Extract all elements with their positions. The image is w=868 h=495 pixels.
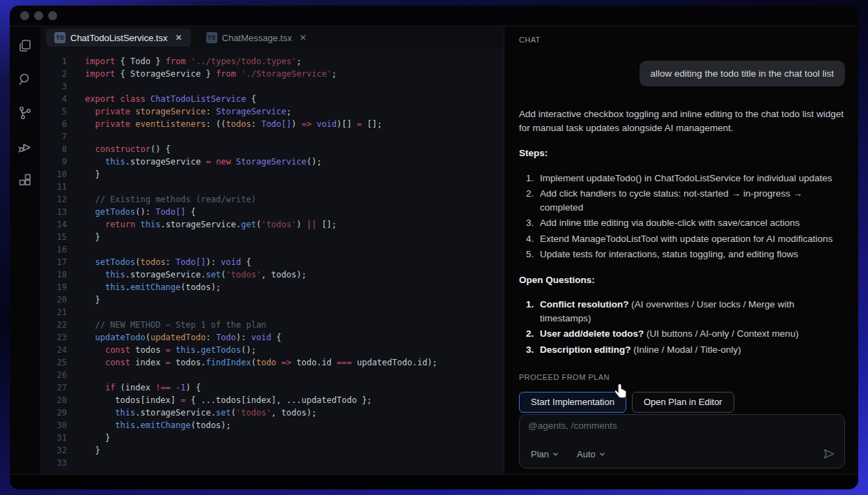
mode-dropdown-value: Plan (531, 449, 549, 459)
line-number: 20 (40, 294, 67, 306)
tab-label: ChatMessage.tsx (222, 33, 292, 43)
code-line: 15 } (40, 231, 504, 243)
code-line: 11 (40, 181, 504, 193)
window-close-button[interactable] (20, 11, 29, 20)
open-questions-list: 1.Conflict resolution? (AI overwrites / … (526, 298, 845, 356)
code-line: 32 } (40, 444, 504, 457)
line-number: 13 (40, 206, 67, 218)
line-number: 2 (40, 68, 67, 80)
open-question-item: 3.Description editing? (Inline / Modal /… (526, 343, 845, 357)
code-line: 9 this.storageService = new StorageServi… (40, 155, 504, 168)
code-line: 13 getTodos(): Todo[] { (40, 206, 504, 218)
run-debug-icon[interactable] (17, 138, 33, 155)
line-number: 33 (40, 457, 67, 469)
window-maximize-button[interactable] (48, 11, 57, 20)
mode-dropdown[interactable]: Plan (528, 448, 561, 461)
line-number: 19 (40, 281, 67, 294)
user-message-bubble: allow editing the todo title in the chat… (640, 61, 845, 86)
extensions-icon[interactable] (17, 172, 33, 188)
chat-panel: CHAT allow editing the todo title in the… (504, 26, 858, 474)
line-number: 14 (40, 218, 67, 231)
line-number: 26 (40, 369, 67, 381)
code-line: 23 updateTodo(updatedTodo: Todo): void { (40, 331, 504, 344)
code-line: 8 constructor() { (40, 143, 504, 155)
start-implementation-button[interactable]: Start Implementation (519, 392, 626, 413)
code-line: 33 (40, 457, 504, 469)
code-editor: TSChatTodoListService.tsx✕TSChatMessage.… (40, 26, 504, 474)
code-area[interactable]: 1import { Todo } from '../types/todo.typ… (40, 49, 504, 474)
tab-close-icon[interactable]: ✕ (175, 33, 182, 43)
line-number: 5 (40, 105, 67, 118)
line-number: 18 (40, 268, 67, 281)
code-line: 16 (40, 243, 504, 256)
line-number: 12 (40, 193, 67, 206)
code-line: 30 this.emitChange(todos); (40, 419, 504, 432)
tab-label: ChatTodoListService.tsx (70, 33, 167, 43)
code-line: 14 return this.storageService.get('todos… (40, 218, 504, 231)
code-line: 22 // NEW METHOD — Step 1 of the plan (40, 319, 504, 331)
editor-tab-1[interactable]: TSChatMessage.tsx✕ (198, 29, 316, 47)
code-line: 10 } (40, 168, 504, 181)
code-line: 26 (40, 369, 504, 381)
typescript-file-icon: TS (54, 32, 65, 43)
line-number: 16 (40, 243, 67, 256)
line-number: 27 (40, 381, 67, 394)
line-number: 22 (40, 319, 67, 331)
code-line: 12 // Existing methods (read/write) (40, 193, 504, 206)
line-number: 23 (40, 331, 67, 344)
chevron-down-icon (552, 451, 559, 457)
step-item: 4.Extend ManageTodoListTool with update … (526, 232, 845, 246)
code-line: 18 this.storageService.set('todos', todo… (40, 268, 504, 281)
step-item: 2.Add click handlers to cycle status: no… (526, 187, 845, 214)
line-number: 9 (40, 155, 67, 168)
line-number: 7 (40, 130, 67, 143)
chat-input-container: Plan Auto (519, 414, 845, 469)
window-minimize-button[interactable] (34, 11, 43, 20)
line-number: 11 (40, 181, 67, 193)
tab-close-icon[interactable]: ✕ (300, 33, 307, 43)
open-questions-heading: Open Questions: (519, 273, 845, 287)
model-dropdown[interactable]: Auto (574, 448, 608, 461)
code-line: 21 (40, 306, 504, 319)
steps-heading: Steps: (519, 146, 845, 160)
code-line: 28 todos[index] = { ...todos[index], ...… (40, 394, 504, 406)
line-number: 25 (40, 356, 67, 369)
step-item: 3.Add inline title editing via double-cl… (526, 216, 845, 230)
code-line: 1import { Todo } from '../types/todo.typ… (40, 55, 504, 68)
line-number: 32 (40, 444, 67, 457)
step-item: 1.Implement updateTodo() in ChatTodoList… (526, 172, 845, 185)
send-button[interactable] (822, 447, 836, 461)
open-question-item: 2.User add/delete todos? (UI buttons / A… (526, 327, 845, 341)
code-line: 2import { StorageService } from './Stora… (40, 68, 504, 80)
code-line: 17 setTodos(todos: Todo[]): void { (40, 256, 504, 268)
code-line: 29 this.storageService.set('todos', todo… (40, 406, 504, 419)
line-number: 15 (40, 231, 67, 243)
code-line: 7 (40, 130, 504, 143)
code-line: 27 if (index !== -1) { (40, 381, 504, 394)
code-line: 4export class ChatTodoListService { (40, 93, 504, 105)
code-line: 19 this.emitChange(todos); (40, 281, 504, 294)
line-number: 21 (40, 306, 67, 319)
chat-panel-title: CHAT (519, 26, 845, 44)
source-control-icon[interactable] (17, 105, 33, 121)
files-icon[interactable] (17, 38, 33, 54)
code-line: 5 private storageService: StorageService… (40, 105, 504, 118)
line-number: 31 (40, 432, 67, 444)
model-dropdown-value: Auto (577, 449, 596, 459)
step-item: 5.Update tests for interactions, status … (526, 247, 845, 261)
assistant-intro-text: Add interactive checkbox toggling and in… (519, 107, 845, 135)
line-number: 8 (40, 143, 67, 155)
open-plan-in-editor-button[interactable]: Open Plan in Editor (632, 392, 734, 413)
chevron-down-icon (599, 451, 605, 457)
app-window: TSChatTodoListService.tsx✕TSChatMessage.… (10, 6, 858, 489)
search-icon[interactable] (17, 71, 33, 88)
editor-tab-0[interactable]: TSChatTodoListService.tsx✕ (46, 29, 191, 47)
line-number: 30 (40, 419, 67, 432)
line-number: 6 (40, 118, 67, 130)
line-number: 10 (40, 168, 67, 181)
proceed-from-plan-label: PROCEED FROM PLAN (519, 371, 845, 385)
editor-tab-bar: TSChatTodoListService.tsx✕TSChatMessage.… (40, 26, 504, 49)
titlebar (10, 6, 858, 26)
code-line: 24 const todos = this.getTodos(); (40, 344, 504, 356)
chat-input[interactable] (528, 420, 836, 447)
